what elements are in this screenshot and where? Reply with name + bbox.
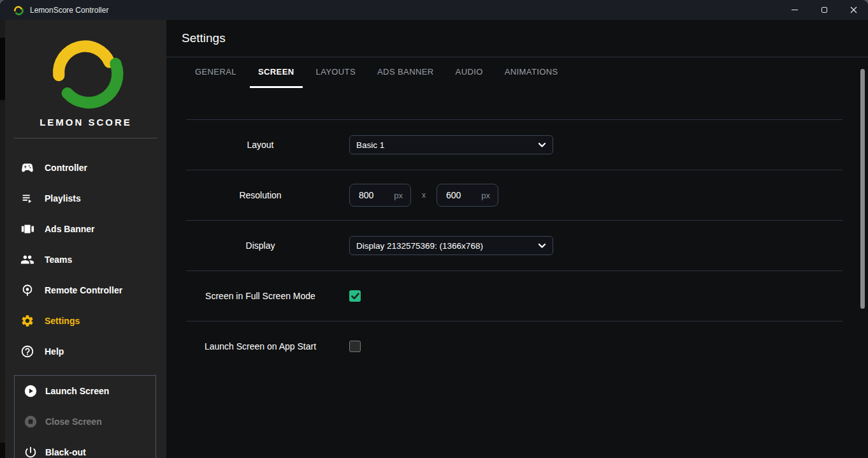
titlebar: LemonScore Controller [0,0,868,20]
action-label: Launch Screen [45,386,109,396]
tab-ads-banner[interactable]: ADS BANNER [369,57,442,88]
settings-tabs: GENERAL SCREEN LAYOUTS ADS BANNER AUDIO … [166,57,868,88]
app-window: LemonScore Controller LEMON SCORE [0,0,868,458]
sidebar-scrollbar[interactable] [0,20,5,458]
sidebar-item-label: Remote Controller [45,285,122,295]
sidebar-item-teams[interactable]: Teams [5,244,166,275]
layout-select-value: Basic 1 [356,140,538,150]
launch-screen-button[interactable]: Launch Screen [15,376,156,406]
play-circle-icon [24,384,38,398]
power-icon [24,445,38,458]
sidebar-item-label: Settings [45,316,80,326]
gamepad-icon [20,161,34,175]
chevron-down-icon [538,142,546,148]
settings-page: Settings GENERAL SCREEN LAYOUTS ADS BANN… [166,20,868,458]
minimize-button[interactable] [780,0,809,20]
banner-icon [20,222,34,236]
brand-name: LEMON SCORE [5,117,166,128]
main-scrollbar [859,40,868,458]
resolution-row: Resolution px x px [186,170,843,220]
sidebar-item-label: Ads Banner [45,224,95,234]
resolution-height-unit: px [481,191,490,200]
tab-general[interactable]: GENERAL [187,57,245,88]
sidebar-item-label: Teams [45,255,72,265]
resolution-height-input[interactable] [446,190,481,200]
sidebar-item-label: Controller [45,163,87,173]
resolution-width-input[interactable] [359,190,394,200]
action-label: Close Screen [45,417,102,427]
sidebar-item-settings[interactable]: Settings [5,306,166,336]
remote-icon [20,283,34,297]
close-button[interactable] [839,0,868,20]
layout-row: Layout Basic 1 [186,119,843,170]
window-title: LemonScore Controller [30,6,108,15]
sidebar-item-help[interactable]: Help [5,336,166,367]
app-logo-icon [13,5,24,15]
layout-select[interactable]: Basic 1 [349,135,553,154]
sidebar: LEMON SCORE Controller Playlists [5,20,166,458]
stop-circle-icon [24,415,38,429]
chevron-down-icon [538,243,546,249]
sidebar-item-label: Playlists [45,193,81,203]
resolution-separator: x [422,191,426,200]
resolution-label: Resolution [186,190,335,200]
maximize-button[interactable] [809,0,839,20]
layout-label: Layout [186,140,335,150]
action-label: Black-out [45,447,86,457]
sidebar-item-controller[interactable]: Controller [5,152,166,183]
tab-audio[interactable]: AUDIO [447,57,491,88]
resolution-width-unit: px [394,191,403,200]
sidebar-item-label: Help [45,346,64,357]
maximize-icon [821,7,827,13]
sidebar-item-remote-controller[interactable]: Remote Controller [5,275,166,306]
gear-icon [20,314,34,328]
sidebar-nav: Controller Playlists Ads Banner [5,152,166,367]
sidebar-item-ads-banner[interactable]: Ads Banner [5,214,166,244]
launch-on-start-row: Launch Screen on App Start [186,321,843,371]
launch-on-start-checkbox[interactable] [349,341,361,352]
help-icon [20,344,34,358]
display-select-value: Display 2132575369: (1366x768) [356,241,538,251]
minimize-icon [792,10,798,10]
tab-animations[interactable]: ANIMATIONS [496,57,567,88]
tab-screen[interactable]: SCREEN [250,57,303,88]
main-scrollbar-thumb[interactable] [860,69,865,309]
resolution-width-field-wrap: px [349,184,411,207]
playlist-icon [20,191,34,205]
launch-on-start-label: Launch Screen on App Start [186,341,335,351]
resolution-height-field-wrap: px [437,184,498,207]
display-label: Display [186,240,335,251]
brand-divider [14,138,157,138]
teams-icon [20,253,34,267]
brand-block: LEMON SCORE [5,20,166,138]
screen-actions-panel: Launch Screen Close Screen Black-out [14,375,156,458]
close-icon [850,6,857,13]
black-out-button[interactable]: Black-out [15,437,156,458]
screen-settings-form: Layout Basic 1 Resolution [166,119,868,371]
page-title: Settings [182,31,226,45]
sidebar-item-playlists[interactable]: Playlists [5,183,166,214]
checkmark-icon [351,293,359,300]
fullscreen-label: Screen in Full Screen Mode [186,291,335,301]
lemonscore-logo-icon [44,33,128,110]
tab-layouts[interactable]: LAYOUTS [308,57,365,88]
display-select[interactable]: Display 2132575369: (1366x768) [349,236,553,255]
fullscreen-checkbox[interactable] [349,290,361,302]
display-row: Display Display 2132575369: (1366x768) [186,220,843,270]
close-screen-button[interactable]: Close Screen [15,406,156,437]
fullscreen-row: Screen in Full Screen Mode [186,270,843,321]
